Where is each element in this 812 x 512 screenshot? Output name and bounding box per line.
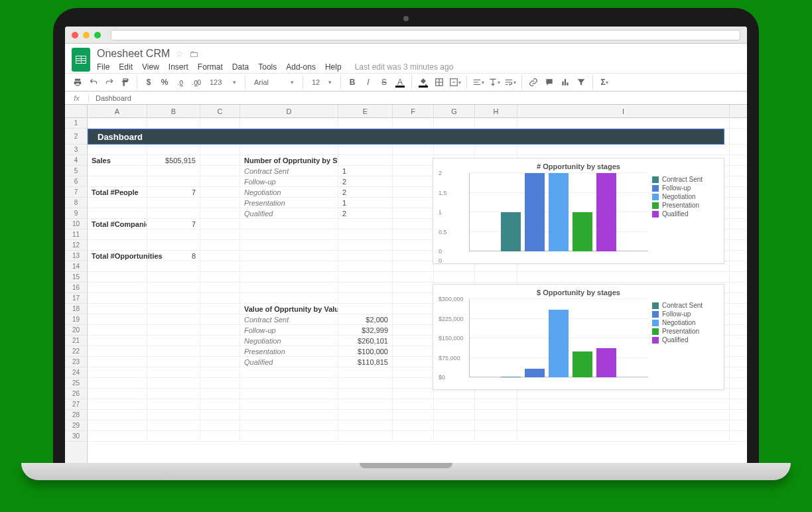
row-header[interactable]: 13 — [65, 251, 87, 261]
cell[interactable]: Presentation — [240, 198, 338, 208]
decrease-decimal-icon[interactable]: .0̲ — [174, 76, 186, 89]
menu-file[interactable]: File — [97, 62, 109, 72]
row-header[interactable]: 30 — [65, 431, 87, 442]
cell[interactable]: $100,000 — [338, 346, 393, 356]
col-header[interactable]: I — [517, 105, 730, 117]
cell[interactable]: 7 — [147, 219, 200, 229]
cell[interactable]: Negotiation — [240, 336, 338, 346]
cell[interactable]: $110,815 — [338, 357, 393, 367]
chart-opp-value[interactable]: $ Opportunity by stages $300,000$225,000… — [433, 284, 724, 390]
folder-icon[interactable]: 🗀 — [189, 48, 198, 59]
cell[interactable]: Follow-up — [240, 325, 338, 335]
fill-color-icon[interactable] — [417, 76, 429, 89]
row-header[interactable]: 16 — [65, 283, 87, 293]
cell-grid[interactable]: Sales $505,915 Number of Opprtunity by S… — [88, 118, 747, 464]
menu-tools[interactable]: Tools — [258, 62, 277, 72]
star-icon[interactable]: ☆ — [175, 48, 184, 59]
format-currency-icon[interactable]: $ — [143, 76, 155, 89]
valign-icon[interactable]: ▾ — [488, 76, 500, 89]
cell[interactable]: $505,915 — [147, 155, 200, 165]
menu-view[interactable]: View — [142, 62, 159, 72]
filter-icon[interactable] — [575, 76, 587, 89]
functions-icon[interactable]: Σ▾ — [598, 76, 610, 89]
cell[interactable]: 2 — [338, 176, 393, 186]
window-minimize-icon[interactable] — [83, 32, 90, 38]
row-header[interactable]: 19 — [65, 314, 87, 325]
row-header[interactable]: 1 — [65, 118, 87, 129]
menu-help[interactable]: Help — [325, 62, 342, 72]
col-header[interactable]: H — [475, 105, 517, 117]
text-color-icon[interactable]: A — [394, 76, 406, 89]
row-header[interactable]: 17 — [65, 293, 87, 304]
cell[interactable]: Follow-up — [240, 176, 338, 186]
row-header[interactable]: 9 — [65, 208, 87, 219]
undo-icon[interactable] — [88, 76, 100, 89]
cell[interactable]: Total #Opportunities — [88, 251, 147, 261]
merge-icon[interactable]: ▾ — [449, 76, 461, 89]
row-header[interactable]: 25 — [65, 378, 87, 389]
zoom-select[interactable]: 123 — [206, 76, 239, 89]
formula-input[interactable]: Dashboard — [89, 94, 131, 102]
italic-icon[interactable]: I — [362, 76, 374, 89]
row-header[interactable]: 26 — [65, 389, 87, 399]
cell[interactable]: 2 — [338, 187, 393, 197]
row-header[interactable]: 2 — [65, 129, 87, 145]
row-header[interactable]: 21 — [65, 336, 87, 346]
row-header[interactable]: 18 — [65, 304, 87, 314]
row-header[interactable]: 23 — [65, 357, 87, 367]
chart-opp-count[interactable]: # Opportunity by stages 0 21.510.50 Cont… — [433, 158, 724, 264]
row-header[interactable]: 29 — [65, 420, 87, 431]
borders-icon[interactable] — [433, 76, 445, 89]
row-header[interactable]: 22 — [65, 346, 87, 357]
row-header[interactable]: 12 — [65, 240, 87, 251]
menu-insert[interactable]: Insert — [169, 62, 188, 72]
row-header[interactable]: 8 — [65, 198, 87, 208]
cell[interactable]: Presentation — [240, 346, 338, 356]
col-header[interactable]: A — [88, 105, 147, 117]
col-header[interactable]: F — [393, 105, 434, 117]
cell[interactable]: Contract Sent — [240, 166, 338, 176]
cell[interactable]: Value of Opprtunity by Value — [240, 304, 338, 314]
cell[interactable]: Number of Opprtunity by Stage — [240, 155, 338, 165]
wrap-icon[interactable]: ▾ — [504, 76, 516, 89]
menu-data[interactable]: Data — [232, 62, 249, 72]
url-bar[interactable] — [111, 30, 740, 40]
cell[interactable]: 7 — [147, 187, 200, 197]
print-icon[interactable] — [72, 76, 84, 89]
increase-decimal-icon[interactable]: .0̲0 — [190, 76, 202, 89]
cell[interactable]: Qualified — [240, 357, 338, 367]
row-header[interactable]: 5 — [65, 166, 87, 176]
row-header[interactable]: 28 — [65, 410, 87, 420]
row-header[interactable]: 6 — [65, 176, 87, 187]
font-select[interactable]: Arial — [251, 76, 297, 89]
row-header[interactable]: 27 — [65, 399, 87, 410]
format-percent-icon[interactable]: % — [159, 76, 170, 89]
sheets-logo-icon[interactable] — [72, 48, 90, 72]
col-header[interactable]: C — [200, 105, 240, 117]
row-header[interactable]: 15 — [65, 272, 87, 283]
cell[interactable]: $2,000 — [338, 314, 393, 324]
cell[interactable]: 1 — [338, 198, 393, 208]
cell[interactable]: 8 — [147, 251, 200, 261]
cell[interactable]: Negotiation — [240, 187, 338, 197]
cell[interactable]: $32,999 — [338, 325, 393, 335]
col-header[interactable]: G — [434, 105, 475, 117]
doc-title[interactable]: Onesheet CRM — [97, 48, 170, 60]
select-all-corner[interactable] — [65, 105, 88, 118]
row-header[interactable]: 10 — [65, 219, 87, 229]
cell[interactable]: $260,101 — [338, 336, 393, 346]
halign-icon[interactable]: ▾ — [472, 76, 484, 89]
window-maximize-icon[interactable] — [94, 32, 101, 38]
row-header[interactable]: 14 — [65, 261, 87, 272]
row-header[interactable]: 4 — [65, 155, 87, 166]
comment-icon[interactable] — [543, 76, 555, 89]
dashboard-banner[interactable]: Dashboard — [88, 129, 724, 145]
window-close-icon[interactable] — [72, 32, 78, 38]
row-header[interactable]: 11 — [65, 229, 87, 240]
col-header[interactable]: D — [240, 105, 338, 117]
row-header[interactable]: 7 — [65, 187, 87, 198]
cell[interactable]: Total #People — [88, 187, 147, 197]
row-header[interactable]: 3 — [65, 145, 87, 155]
chart-icon[interactable] — [559, 76, 571, 89]
redo-icon[interactable] — [103, 76, 115, 89]
